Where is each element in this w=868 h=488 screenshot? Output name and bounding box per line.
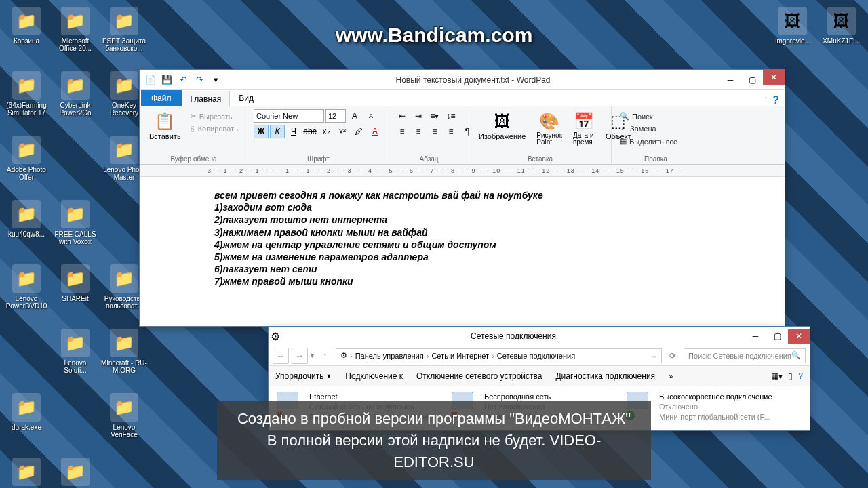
breadcrumb[interactable]: ⚙› Панель управления› Сеть и Интернет› С… bbox=[336, 348, 662, 363]
copy-icon: ⎘ bbox=[191, 125, 195, 133]
wordpad-icon[interactable]: 📄 bbox=[144, 73, 157, 87]
bandicam-watermark: www.Bandicam.com bbox=[336, 24, 533, 47]
italic-button[interactable]: К bbox=[270, 125, 285, 138]
font-size-select[interactable] bbox=[326, 109, 346, 123]
trial-overlay: Создано в пробной версии программы "Виде… bbox=[217, 401, 651, 480]
paste-button[interactable]: 📋 Вставить bbox=[145, 109, 185, 142]
desktop-icon[interactable]: 📁SHAREit bbox=[52, 264, 98, 310]
desktop-icon[interactable]: 📁durak.exe bbox=[3, 393, 50, 439]
cut-icon: ✂ bbox=[191, 112, 197, 121]
control-panel-icon: ⚙ bbox=[269, 330, 282, 343]
desktop-icons-right: 🖼imgprevie...🖼XMuKZ1Fl... bbox=[770, 7, 865, 45]
redo-icon[interactable]: ↷ bbox=[193, 73, 206, 87]
desktop-icon[interactable]: 📁Bandicam bbox=[3, 458, 50, 488]
bullets-icon[interactable]: ≡▾ bbox=[427, 109, 442, 123]
desktop-icon[interactable]: 📁Lenovo VeriFace bbox=[101, 393, 147, 439]
indent-inc-icon[interactable]: ⇥ bbox=[411, 109, 426, 123]
save-icon[interactable]: 💾 bbox=[160, 73, 174, 87]
strike-button[interactable]: abc bbox=[302, 125, 317, 138]
replace-icon: ↔ bbox=[620, 125, 627, 133]
ribbon-tabs: Файл Главная Вид ˆ ? bbox=[140, 90, 785, 106]
disable-button[interactable]: Отключение сетевого устройства bbox=[416, 371, 542, 381]
group-insert: Вставка bbox=[469, 155, 611, 163]
desktop-icon[interactable]: 📁(64x)Farming Simulator 17 bbox=[3, 71, 50, 117]
folder-icon: ⚙ bbox=[340, 351, 347, 360]
desktop-icon[interactable]: 📁Корзина bbox=[3, 7, 50, 52]
font-color-button[interactable]: A bbox=[368, 125, 382, 138]
close-button[interactable]: ✕ bbox=[763, 70, 785, 85]
help-icon[interactable]: ? bbox=[798, 371, 803, 381]
desktop-icons-left: 📁Корзина📁Microsoft Office 20...📁ESET Защ… bbox=[3, 7, 147, 488]
desktop-icon[interactable]: 📁FREE CALLS with Voxox bbox=[52, 200, 98, 245]
desktop-icon[interactable]: 📁kuu40qw8... bbox=[3, 200, 50, 245]
maximize-button[interactable]: ▢ bbox=[741, 73, 763, 87]
minimize-button[interactable]: ─ bbox=[719, 73, 741, 87]
underline-button[interactable]: Ч bbox=[286, 125, 301, 138]
copy-button: ⎘Копировать bbox=[188, 123, 241, 134]
refresh-button[interactable]: ⟳ bbox=[665, 348, 681, 364]
replace-button[interactable]: ↔Замена bbox=[617, 123, 680, 134]
view-options-icon[interactable]: ▦▾ bbox=[771, 371, 783, 381]
desktop-icon[interactable]: 🖼XMuKZ1Fl... bbox=[818, 7, 865, 45]
align-justify-icon[interactable]: ≡ bbox=[443, 125, 458, 138]
wordpad-titlebar[interactable]: 📄 💾 ↶ ↷ ▾ Новый текстовый документ.txt -… bbox=[140, 70, 785, 90]
desktop-icon[interactable]: 📁CyberLink Power2Go bbox=[52, 71, 98, 117]
tab-home[interactable]: Главная bbox=[182, 91, 231, 106]
desktop-icon[interactable]: 🖼imgprevie... bbox=[770, 7, 816, 45]
desktop-icon[interactable]: 📁Minecraft - RU-M.ORG bbox=[101, 329, 147, 374]
recent-dropdown-icon[interactable]: ▾ bbox=[311, 352, 314, 359]
breadcrumb-dropdown-icon[interactable]: ⌄ bbox=[651, 351, 657, 360]
desktop-icon[interactable]: 📁фильмы и мультики bbox=[52, 458, 98, 488]
connect-button[interactable]: Подключение к bbox=[345, 371, 403, 381]
up-button[interactable]: ↑ bbox=[317, 348, 333, 364]
qat-dropdown-icon[interactable]: ▾ bbox=[209, 73, 222, 87]
insert-datetime-button[interactable]: 📅Дата и время bbox=[569, 109, 599, 147]
indent-dec-icon[interactable]: ⇤ bbox=[395, 109, 410, 123]
find-button[interactable]: 🔍Поиск bbox=[617, 110, 680, 122]
desktop-icon[interactable]: 📁Microsoft Office 20... bbox=[52, 7, 98, 52]
desktop-icon[interactable]: 📁Adobe Photo Offer bbox=[3, 136, 50, 181]
netwin-close-button[interactable]: ✕ bbox=[788, 329, 810, 344]
calendar-icon: 📅 bbox=[573, 110, 595, 132]
shrink-font-icon[interactable]: A bbox=[363, 109, 378, 123]
connection-item[interactable]: ✓Высокоскоростное подключениеОтключеноМи… bbox=[627, 392, 789, 422]
search-input[interactable]: Поиск: Сетевые подключения🔍 bbox=[684, 348, 806, 363]
ribbon-collapse-icon[interactable]: ˆ bbox=[765, 96, 768, 104]
help-icon[interactable]: ? bbox=[772, 94, 779, 106]
superscript-button[interactable]: x² bbox=[335, 125, 350, 138]
insert-image-button[interactable]: 🖼Изображение bbox=[475, 109, 530, 142]
trial-line1: Создано в пробной версии программы "Виде… bbox=[233, 408, 635, 430]
desktop-icon[interactable]: 📁Lenovo Soluti... bbox=[52, 329, 98, 374]
insert-paint-button[interactable]: 🎨Рисунок Paint bbox=[532, 109, 566, 147]
highlight-button[interactable]: 🖊 bbox=[351, 125, 366, 138]
subscript-button[interactable]: x₂ bbox=[319, 125, 334, 138]
forward-button[interactable]: → bbox=[292, 348, 308, 364]
toolbar-overflow-icon[interactable]: » bbox=[669, 372, 673, 380]
netwin-titlebar[interactable]: ⚙ Сетевые подключения ─ ▢ ✕ bbox=[269, 327, 810, 346]
font-name-select[interactable] bbox=[254, 109, 324, 123]
undo-icon[interactable]: ↶ bbox=[176, 73, 190, 87]
ruler[interactable]: 3 · · 1 · · 2 · · 1 · · · · · 1 · · · 1 … bbox=[140, 165, 785, 177]
netwin-maximize-button[interactable]: ▢ bbox=[766, 329, 788, 344]
document-area[interactable]: всем привет сегодня я покажу как настрои… bbox=[140, 177, 785, 300]
address-bar-row: ← → ▾ ↑ ⚙› Панель управления› Сеть и Инт… bbox=[269, 346, 810, 366]
selectall-button[interactable]: ▦Выделить все bbox=[617, 136, 680, 147]
diagnose-button[interactable]: Диагностика подключения bbox=[555, 371, 655, 381]
desktop-icon[interactable]: 📁ESET Защита банковско... bbox=[101, 7, 147, 52]
align-center-icon[interactable]: ≡ bbox=[411, 125, 426, 138]
bold-button[interactable]: Ж bbox=[254, 125, 269, 138]
line-spacing-icon[interactable]: ↕≡ bbox=[443, 109, 458, 123]
organize-button[interactable]: Упорядочить ▼ bbox=[275, 371, 332, 381]
paste-icon: 📋 bbox=[154, 110, 176, 132]
cut-button: ✂Вырезать bbox=[188, 110, 241, 122]
wordpad-title: Новый текстовый документ.txt - WordPad bbox=[226, 75, 719, 85]
netwin-minimize-button[interactable]: ─ bbox=[745, 329, 766, 344]
align-right-icon[interactable]: ≡ bbox=[427, 125, 442, 138]
tab-file[interactable]: Файл bbox=[141, 90, 182, 106]
grow-font-icon[interactable]: A bbox=[347, 109, 362, 123]
desktop-icon[interactable]: 📁Lenovo PowerDVD10 bbox=[3, 264, 50, 310]
preview-pane-icon[interactable]: ▯ bbox=[788, 371, 793, 381]
tab-view[interactable]: Вид bbox=[230, 90, 262, 106]
back-button[interactable]: ← bbox=[273, 348, 289, 364]
align-left-icon[interactable]: ≡ bbox=[395, 125, 410, 138]
